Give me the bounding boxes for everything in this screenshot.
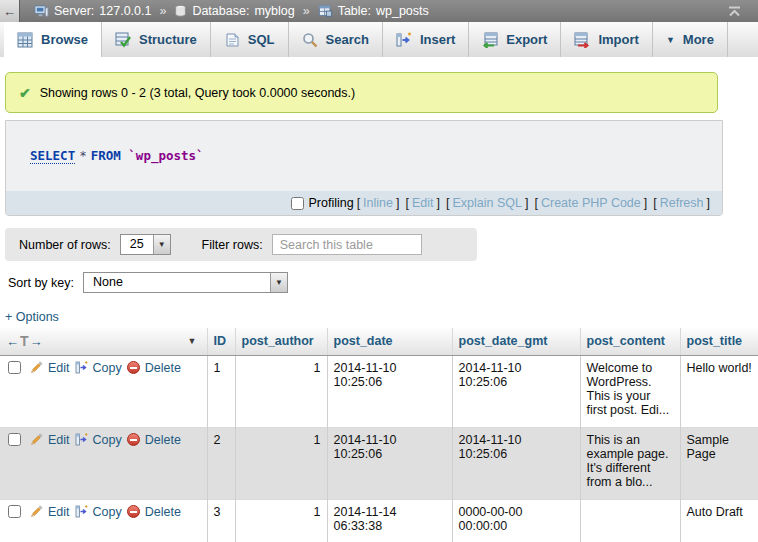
database-label: Database: (192, 4, 249, 18)
pencil-icon[interactable] (30, 433, 43, 446)
server-icon (34, 4, 49, 19)
tab-structure[interactable]: Structure (102, 22, 211, 57)
delete-row-link[interactable]: Delete (145, 361, 181, 375)
cell-post-author: 1 (235, 427, 327, 499)
tab-export[interactable]: Export (469, 22, 561, 57)
profiling-checkbox[interactable] (291, 197, 304, 210)
column-header-post-date[interactable]: post_date (327, 328, 452, 355)
tab-more[interactable]: ▼ More (653, 22, 728, 57)
tab-label: Structure (139, 32, 197, 47)
table-label: Table: (338, 4, 371, 18)
back-button[interactable]: ← (0, 0, 20, 22)
cell-post-content: This is an example page. It's different … (580, 427, 680, 499)
collapse-navigation-icon[interactable] (727, 6, 742, 17)
breadcrumb-bar: ← Server: 127.0.0.1 » Database: myblog »… (0, 0, 758, 22)
number-of-rows-select[interactable]: 25 ▼ (120, 234, 171, 255)
options-toggle-link[interactable]: + Options (5, 310, 59, 324)
bracket: ] (644, 196, 647, 210)
pencil-icon[interactable] (30, 361, 43, 374)
copy-row-link[interactable]: Copy (93, 361, 122, 375)
sql-select-keyword[interactable]: SELECT (30, 148, 75, 164)
sql-from-keyword: FROM (91, 148, 121, 163)
tab-sql[interactable]: SQL (211, 22, 289, 57)
transpose-icon: T (20, 333, 29, 349)
bracket: [ (534, 196, 537, 210)
chevron-down-icon: ▼ (153, 235, 170, 254)
database-icon (174, 4, 187, 18)
profiling-label[interactable]: Profiling (308, 196, 353, 210)
sort-by-key-row: Sort by key: None ▼ (8, 272, 758, 293)
tab-search[interactable]: Search (289, 22, 383, 57)
table-row: Edit Copy Delete 3 1 2014-11-14 06:33:38… (0, 499, 758, 542)
breadcrumb-separator: » (303, 4, 310, 18)
sql-query-box: SELECT*FROM `wp_posts` Profiling [Inline… (5, 120, 723, 216)
column-options-header[interactable]: ← T → ▼ (0, 328, 207, 355)
tab-label: Export (506, 32, 547, 47)
delete-icon[interactable] (127, 505, 140, 518)
import-icon (574, 32, 590, 48)
copy-icon[interactable] (75, 433, 88, 446)
breadcrumb-separator: » (159, 4, 166, 18)
cell-post-author: 1 (235, 355, 327, 427)
delete-icon[interactable] (127, 433, 140, 446)
copy-icon[interactable] (75, 505, 88, 518)
copy-icon[interactable] (75, 361, 88, 374)
filter-rows-label: Filter rows: (202, 238, 263, 252)
delete-row-link[interactable]: Delete (145, 505, 181, 519)
filter-rows-input[interactable] (272, 234, 422, 255)
row-checkbox[interactable] (8, 433, 21, 446)
row-checkbox[interactable] (8, 361, 21, 374)
delete-icon[interactable] (127, 361, 140, 374)
delete-row-link[interactable]: Delete (145, 433, 181, 447)
table-link[interactable]: wp_posts (376, 4, 429, 18)
structure-icon (115, 32, 131, 48)
tab-label: Search (326, 32, 369, 47)
explain-sql-link[interactable]: Explain SQL (452, 196, 521, 210)
bracket: [ (446, 196, 449, 210)
database-link[interactable]: myblog (254, 4, 294, 18)
bracket: ] (525, 196, 528, 210)
tab-label: Import (598, 32, 638, 47)
arrow-left-icon: ← (6, 334, 19, 349)
row-checkbox[interactable] (8, 505, 21, 518)
tab-label: Insert (420, 32, 455, 47)
column-header-post-content[interactable]: post_content (580, 328, 680, 355)
edit-row-link[interactable]: Edit (48, 433, 70, 447)
column-header-post-date-gmt[interactable]: post_date_gmt (452, 328, 580, 355)
cell-post-date: 2014-11-10 10:25:06 (327, 355, 452, 427)
edit-query-link[interactable]: Edit (412, 196, 434, 210)
inline-link[interactable]: Inline (363, 196, 393, 210)
edit-row-link[interactable]: Edit (48, 505, 70, 519)
bracket: ] (396, 196, 399, 210)
breadcrumb: Server: 127.0.0.1 » Database: myblog » T… (34, 4, 429, 19)
sort-caret-icon[interactable]: ▼ (188, 336, 197, 346)
tab-bar: Browse Structure SQL Search (0, 22, 758, 57)
column-header-id[interactable]: ID (207, 328, 235, 355)
refresh-link[interactable]: Refresh (660, 196, 704, 210)
browse-icon (17, 32, 33, 48)
sql-star: * (79, 148, 87, 163)
tab-import[interactable]: Import (561, 22, 652, 57)
server-label: Server: (54, 4, 94, 18)
bracket: [ (653, 196, 656, 210)
copy-row-link[interactable]: Copy (93, 433, 122, 447)
sort-by-key-select[interactable]: None ▼ (83, 272, 288, 293)
table-icon (318, 4, 333, 18)
cell-post-title: Hello world! (680, 355, 758, 427)
results-table: ← T → ▼ ID post_author post_date post_da… (0, 328, 758, 542)
tab-browse[interactable]: Browse (4, 22, 102, 57)
copy-row-link[interactable]: Copy (93, 505, 122, 519)
row-controls-bar: Number of rows: 25 ▼ Filter rows: (5, 228, 477, 261)
success-check-icon: ✔ (19, 85, 31, 101)
server-link[interactable]: 127.0.0.1 (99, 4, 151, 18)
edit-row-link[interactable]: Edit (48, 361, 70, 375)
column-header-post-author[interactable]: post_author (235, 328, 327, 355)
pencil-icon[interactable] (30, 505, 43, 518)
tab-insert[interactable]: Insert (383, 22, 469, 57)
cell-id: 3 (207, 499, 235, 542)
sql-icon (224, 32, 240, 48)
sort-by-key-value: None (84, 273, 270, 292)
column-header-post-title[interactable]: post_title (680, 328, 758, 355)
arrow-right-icon: → (30, 334, 43, 349)
create-php-code-link[interactable]: Create PHP Code (541, 196, 641, 210)
